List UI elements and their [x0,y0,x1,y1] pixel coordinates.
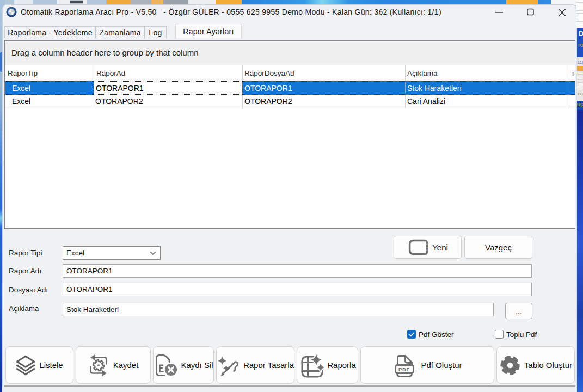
svg-text:PDF: PDF [398,366,410,372]
